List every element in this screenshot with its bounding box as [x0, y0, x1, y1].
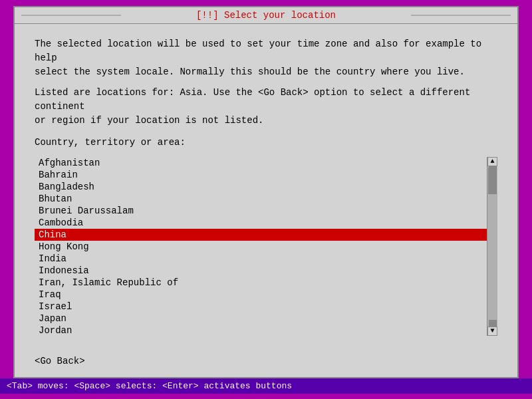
list-item[interactable]: Brunei Darussalam	[35, 205, 487, 217]
scroll-thumb[interactable]	[488, 168, 497, 194]
title-bar: [!!] Select your location	[15, 7, 517, 24]
list-item[interactable]: Indonesia	[35, 265, 487, 277]
list-item[interactable]: Bangladesh	[35, 181, 487, 193]
list-item[interactable]: Afghanistan	[35, 157, 487, 169]
country-label: Country, territory or area:	[35, 137, 497, 148]
list-item[interactable]: Cambodia	[35, 217, 487, 229]
window-title: [!!] Select your location	[196, 10, 336, 21]
list-item[interactable]: Israel	[35, 301, 487, 313]
desc-line5: or region if your location is not listed…	[35, 114, 497, 128]
list-item[interactable]: India	[35, 253, 487, 265]
content-area: The selected location will be used to se…	[15, 24, 517, 349]
country-list[interactable]: AfghanistanBahrainBangladeshBhutanBrunei…	[35, 157, 487, 336]
list-item[interactable]: Iraq	[35, 289, 487, 301]
main-window: [!!] Select your location The selected l…	[13, 6, 519, 378]
status-text: <Tab> moves: <Space> selects: <Enter> ac…	[7, 381, 292, 391]
list-item[interactable]: Bahrain	[35, 169, 487, 181]
list-item[interactable]: Japan	[35, 313, 487, 325]
desc-line2: select the system locale. Normally this …	[35, 65, 497, 79]
list-item[interactable]: Jordan	[35, 325, 487, 336]
list-item[interactable]: Bhutan	[35, 193, 487, 205]
go-back-button[interactable]: <Go Back>	[35, 356, 85, 366]
description-text: The selected location will be used to se…	[35, 37, 497, 128]
status-bar: <Tab> moves: <Space> selects: <Enter> ac…	[0, 378, 532, 394]
list-container: AfghanistanBahrainBangladeshBhutanBrunei…	[35, 157, 497, 336]
scroll-up-button[interactable]: ▲	[487, 157, 497, 166]
scrollbar[interactable]: ▲ ▼	[487, 157, 497, 336]
list-item[interactable]: China	[35, 229, 487, 241]
desc-line1: The selected location will be used to se…	[35, 37, 497, 65]
scroll-track	[487, 166, 497, 327]
list-item[interactable]: Iran, Islamic Republic of	[35, 277, 487, 289]
scroll-indicator-bottom	[489, 320, 497, 327]
desc-line4: Listed are locations for: Asia. Use the …	[35, 86, 497, 114]
bottom-buttons: <Go Back>	[15, 349, 517, 377]
list-item[interactable]: Hong Kong	[35, 241, 487, 253]
scroll-down-button[interactable]: ▼	[487, 327, 497, 336]
